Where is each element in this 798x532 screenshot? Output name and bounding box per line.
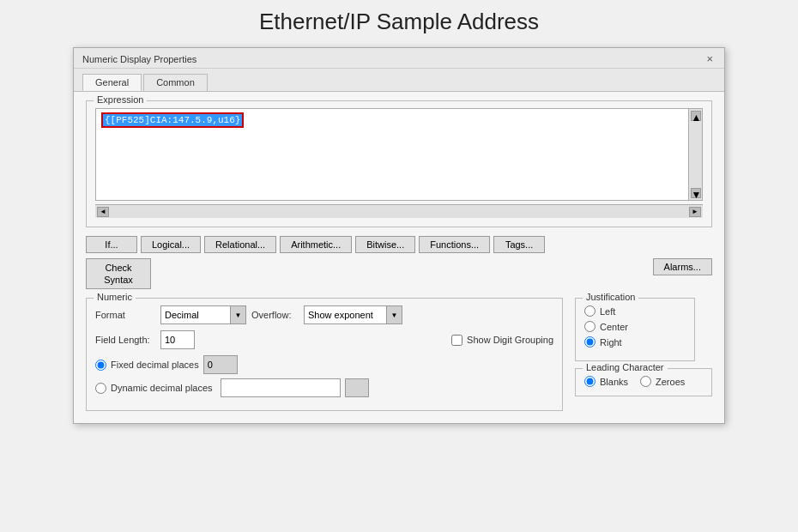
scrollbar-up-arrow[interactable]: ▲ (691, 111, 701, 121)
left-radio[interactable] (584, 305, 595, 317)
expression-textarea-wrapper: {[PF525]CIA:147.5.9,u16} ▲ ▼ (95, 108, 703, 201)
show-digit-grouping-row: Show Digit Grouping (451, 335, 553, 346)
zeroes-label: Zeroes (656, 377, 685, 387)
if-button[interactable]: If... (86, 236, 137, 253)
left-radio-row: Left (584, 305, 686, 317)
arithmetic-button[interactable]: Arithmetic... (280, 236, 352, 253)
field-length-input[interactable] (160, 330, 195, 349)
button-row-1: If... Logical... Relational... Arithmeti… (86, 236, 712, 253)
fixed-decimal-radio[interactable] (95, 360, 106, 371)
show-digit-grouping-label: Show Digit Grouping (467, 335, 553, 345)
tab-bar: General Common (74, 69, 724, 91)
expression-section: Expression {[PF525]CIA:147.5.9,u16} ▲ ▼ … (86, 100, 712, 227)
field-length-row: Field Length: Show Digit Grouping (95, 330, 553, 349)
tab-common[interactable]: Common (143, 74, 208, 91)
expression-content[interactable]: {[PF525]CIA:147.5.9,u16} (96, 109, 702, 200)
bitwise-button[interactable]: Bitwise... (355, 236, 415, 253)
justification-section-label: Justification (583, 292, 638, 302)
dynamic-decimal-input[interactable] (221, 378, 341, 397)
format-row: Format Decimal ▼ Overflow: Show exponent… (95, 305, 553, 324)
right-radio-row: Right (584, 336, 686, 348)
scrollbar-down-arrow[interactable]: ▼ (691, 188, 701, 198)
center-label: Center (600, 322, 628, 332)
format-select-arrow[interactable]: ▼ (230, 306, 245, 323)
fixed-decimal-row: Fixed decimal places (95, 355, 553, 374)
format-select[interactable]: Decimal ▼ (160, 305, 246, 324)
close-button[interactable]: × (704, 53, 716, 64)
dialog-body: Expression {[PF525]CIA:147.5.9,u16} ▲ ▼ … (74, 91, 724, 423)
dynamic-decimal-row: Dynamic decimal places (95, 378, 553, 397)
functions-button[interactable]: Functions... (419, 236, 490, 253)
fixed-decimal-label: Fixed decimal places (111, 360, 199, 370)
expression-scrollbar-vertical[interactable]: ▲ ▼ (688, 109, 702, 200)
right-sections: Justification Left Center Right (575, 298, 712, 411)
right-radio[interactable] (584, 336, 595, 348)
show-digit-grouping-checkbox[interactable] (451, 335, 462, 346)
tab-general[interactable]: General (82, 74, 142, 91)
format-label: Format (95, 310, 155, 320)
expression-section-label: Expression (94, 94, 147, 105)
blanks-label: Blanks (600, 377, 628, 387)
tags-button[interactable]: Tags... (493, 236, 545, 253)
scrollbar-right-arrow[interactable]: ► (689, 207, 701, 217)
dynamic-decimal-extra-input[interactable] (345, 378, 369, 397)
center-radio[interactable] (584, 321, 595, 332)
zeroes-row: Zeroes (640, 376, 685, 387)
justification-section: Justification Left Center Right (575, 298, 695, 361)
right-label: Right (600, 337, 622, 348)
overflow-select-arrow[interactable]: ▼ (386, 306, 402, 323)
dialog-window: Numeric Display Properties × General Com… (73, 47, 725, 424)
scrollbar-left-arrow[interactable]: ◄ (97, 207, 109, 217)
field-length-label: Field Length: (95, 335, 155, 345)
overflow-select[interactable]: Show exponent ▼ (304, 305, 402, 324)
bottom-area: Numeric Format Decimal ▼ Overflow: Show … (86, 298, 712, 411)
leading-character-options: Blanks Zeroes (584, 376, 703, 387)
leading-character-section: Leading Character Blanks Zeroes (575, 368, 712, 396)
alarms-button[interactable]: Alarms... (653, 258, 712, 275)
dynamic-decimal-radio[interactable] (95, 383, 106, 394)
logical-button[interactable]: Logical... (141, 236, 201, 253)
dynamic-decimal-label: Dynamic decimal places (111, 383, 213, 393)
numeric-section-label: Numeric (94, 292, 136, 302)
blanks-row: Blanks (584, 376, 628, 387)
expression-selected-text[interactable]: {[PF525]CIA:147.5.9,u16} (101, 112, 244, 128)
blanks-radio[interactable] (584, 376, 595, 387)
left-label: Left (600, 306, 615, 317)
leading-character-section-label: Leading Character (583, 362, 668, 372)
relational-button[interactable]: Relational... (204, 236, 276, 253)
overflow-select-value: Show exponent (305, 308, 386, 322)
check-syntax-button[interactable]: Check Syntax (86, 258, 151, 289)
zeroes-radio[interactable] (640, 376, 651, 387)
fixed-decimal-input[interactable] (203, 355, 238, 374)
alarms-row: Alarms... (653, 258, 712, 275)
expression-scrollbar-horizontal[interactable]: ◄ ► (95, 204, 703, 218)
page-title: Ethernet/IP Sample Address (259, 9, 539, 35)
dialog-title-text: Numeric Display Properties (82, 54, 196, 64)
overflow-label: Overflow: (251, 310, 299, 320)
center-radio-row: Center (584, 321, 686, 332)
format-select-value: Decimal (161, 308, 230, 322)
numeric-section: Numeric Format Decimal ▼ Overflow: Show … (86, 298, 563, 411)
button-row-2: Check Syntax Alarms... (86, 258, 712, 289)
dialog-titlebar: Numeric Display Properties × (74, 48, 724, 69)
